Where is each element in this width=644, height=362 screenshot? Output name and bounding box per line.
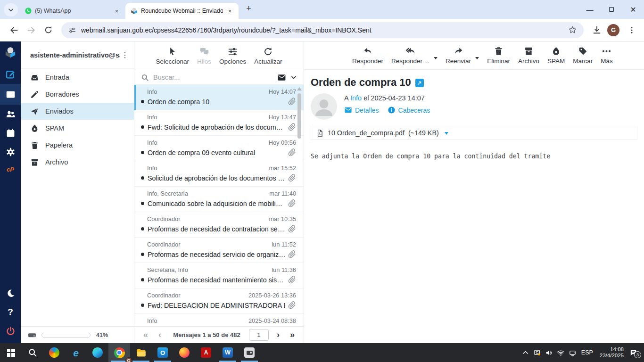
new-tab-button[interactable]: +	[242, 2, 255, 15]
attachment-menu-caret-icon[interactable]	[445, 132, 448, 137]
open-in-new-window-icon[interactable]	[415, 79, 424, 87]
help-icon[interactable]: ?	[0, 303, 21, 321]
browser-menu-icon[interactable]	[624, 23, 639, 38]
search-input[interactable]	[153, 74, 273, 81]
refresh-button[interactable]: Actualizar	[254, 47, 282, 65]
tab-list-chevron-button[interactable]	[4, 3, 18, 16]
list-item[interactable]: InfoHoy 13:47 Fwd: Solicitud de aprobaci…	[134, 110, 304, 136]
mark-button[interactable]: Marcar	[573, 46, 593, 65]
folder-entrada[interactable]: Entrada	[21, 69, 134, 86]
tab-close-icon[interactable]: ×	[113, 7, 121, 15]
downloads-icon[interactable]	[589, 23, 604, 38]
message-meta: A Info el 2025-04-23 14:07 Detalles Cabe…	[344, 93, 430, 120]
recipient-link[interactable]: Info	[350, 94, 362, 102]
folder-archivo[interactable]: Archivo	[21, 154, 134, 171]
taskbar-edge-button[interactable]	[87, 343, 108, 362]
page-number-input[interactable]	[249, 329, 269, 341]
site-controls-icon[interactable]	[68, 26, 76, 34]
delete-button[interactable]: Eliminar	[487, 46, 510, 65]
attachment-name[interactable]: 10 Orden_de_compra.pdf	[328, 129, 405, 137]
wifi-icon[interactable]	[557, 349, 565, 357]
forward-button[interactable]	[24, 23, 39, 38]
list-item[interactable]: Coordinadormar 10:35 Proformas de necesi…	[134, 212, 304, 238]
taskbar-internet-explorer-button[interactable]: e	[65, 343, 87, 362]
archive-button[interactable]: Archivo	[518, 46, 539, 65]
list-item[interactable]: InfoHoy 09:56 Orden de compra 09 evento …	[134, 136, 304, 161]
list-item[interactable]: Secretaria, Infolun 11:36 Proformas de n…	[134, 263, 304, 288]
list-item[interactable]: Info, Secretariamar 11:40 Comunicado sob…	[134, 187, 304, 212]
update-notification-icon[interactable]	[533, 349, 541, 357]
browser-profile-avatar[interactable]: G	[607, 24, 619, 36]
taskbar-firefox-button[interactable]	[173, 343, 195, 362]
options-button[interactable]: Opciones	[219, 47, 246, 65]
back-button[interactable]	[7, 23, 22, 38]
account-menu-icon[interactable]: ⋮	[120, 50, 130, 59]
next-page-icon[interactable]: ›	[272, 330, 285, 340]
volume-icon[interactable]	[545, 349, 553, 357]
display-connect-icon[interactable]	[569, 349, 577, 357]
folder-borradores[interactable]: Borradores	[21, 86, 134, 103]
tab-close-icon[interactable]: ×	[226, 7, 234, 15]
address-bar[interactable]: webmail.sanjuan.gob.ec/cpsess4226567160/…	[61, 22, 584, 38]
list-item[interactable]: Coordinador2025-03-26 13:36 Fwd: DELEGAC…	[134, 288, 304, 314]
list-item[interactable]: Coordinadorlun 11:52 Proformas de necesi…	[134, 238, 304, 263]
details-button[interactable]: Detalles	[344, 106, 379, 114]
more-button[interactable]: Más	[601, 46, 613, 65]
reply-button[interactable]: Responder	[352, 46, 383, 65]
logout-power-icon[interactable]	[0, 321, 21, 340]
forward-button[interactable]: Reenviar	[446, 46, 471, 65]
taskbar-word-button[interactable]: W	[217, 343, 239, 362]
tab-whatsapp[interactable]: (5) WhatsApp ×	[20, 3, 125, 19]
bookmark-star-icon[interactable]	[568, 25, 577, 34]
settings-gear-icon[interactable]	[0, 142, 21, 161]
mail-icon[interactable]	[0, 84, 21, 105]
taskbar-outlook-button[interactable]: O	[152, 343, 173, 362]
search-options-chevron-icon[interactable]	[290, 74, 297, 81]
calendar-icon[interactable]	[0, 123, 21, 142]
list-item[interactable]: InfoHoy 14:07 Orden de compra 10	[134, 85, 304, 110]
scroll-up-arrow-icon[interactable]	[297, 87, 302, 90]
clock-time: 14:08	[600, 346, 624, 353]
forward-caret-icon[interactable]	[475, 57, 479, 61]
dark-mode-moon-icon[interactable]	[0, 284, 21, 303]
window-minimize-button[interactable]: —	[579, 0, 601, 19]
prev-page-icon[interactable]: ‹	[153, 330, 166, 340]
language-indicator[interactable]: ESP	[581, 349, 593, 356]
folder-enviados[interactable]: Enviados	[21, 103, 134, 120]
spam-button[interactable]: SPAM	[547, 46, 565, 65]
search-scope-mail-icon[interactable]	[277, 73, 286, 82]
tray-chevron-up-icon[interactable]	[521, 349, 529, 357]
taskbar-search-button[interactable]	[22, 343, 43, 362]
folder-papelera[interactable]: Papelera	[21, 137, 134, 154]
taskbar-acrobat-button[interactable]: A	[195, 343, 217, 362]
list-item[interactable]: Infomar 15:52 Solicitud de aprobación de…	[134, 161, 304, 187]
scrollbar-thumb[interactable]	[297, 93, 301, 139]
cpanel-icon[interactable]: cP	[0, 161, 21, 177]
notification-center-icon[interactable]: 3	[629, 349, 637, 357]
reply-all-caret-icon[interactable]	[434, 57, 438, 61]
reload-button[interactable]	[41, 23, 56, 38]
threads-button[interactable]: Hilos	[197, 47, 211, 65]
reply-all-button[interactable]: Responder ...	[391, 46, 429, 65]
select-button[interactable]: Seleccionar	[156, 47, 190, 65]
first-page-icon[interactable]: «	[139, 330, 152, 340]
headers-button[interactable]: Cabeceras	[388, 106, 430, 114]
folder-spam[interactable]: SPAM	[21, 120, 134, 137]
window-close-button[interactable]: ✕	[622, 0, 644, 19]
word-icon: W	[223, 347, 233, 358]
contacts-icon[interactable]	[0, 105, 21, 123]
tab-roundcube[interactable]: Roundcube Webmail :: Enviados ×	[125, 3, 239, 19]
list-item[interactable]: Info2025-03-24 08:38	[134, 314, 304, 326]
last-page-icon[interactable]: »	[286, 330, 299, 340]
taskbar-chrome-button[interactable]: G	[108, 343, 130, 362]
taskbar-clock[interactable]: 14:08 23/4/2025	[600, 346, 624, 359]
start-button[interactable]	[0, 343, 22, 362]
compose-icon[interactable]	[0, 64, 21, 84]
attachment-bar[interactable]: 10 Orden_de_compra.pdf (~149 KB)	[311, 126, 637, 140]
url-text[interactable]: webmail.sanjuan.gob.ec/cpsess4226567160/…	[81, 26, 568, 34]
taskbar-capture-tool-button[interactable]	[239, 343, 260, 362]
window-restore-button[interactable]	[601, 0, 622, 19]
list-scrollbar[interactable]	[297, 87, 302, 139]
taskbar-file-explorer-button[interactable]	[130, 343, 152, 362]
taskbar-copilot-button[interactable]	[43, 343, 65, 362]
